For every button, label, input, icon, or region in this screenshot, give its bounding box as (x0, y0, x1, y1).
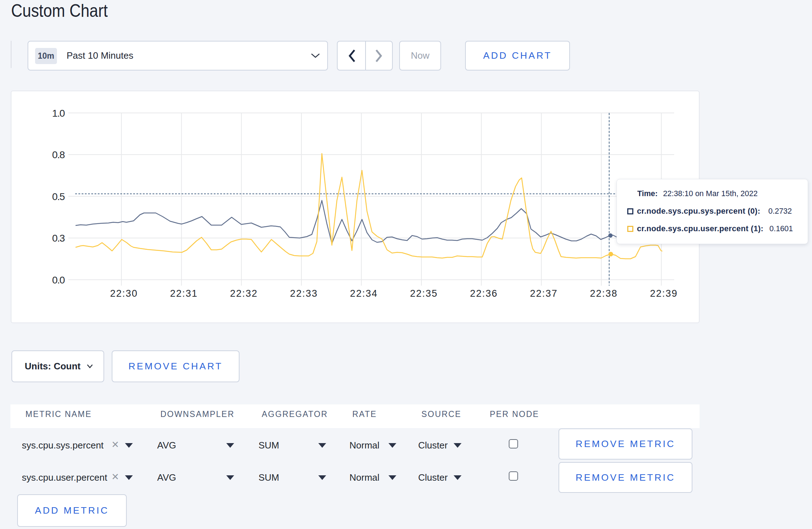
svg-text:22:39: 22:39 (650, 288, 678, 299)
svg-text:0.8: 0.8 (52, 149, 65, 160)
svg-text:1.0: 1.0 (52, 108, 65, 119)
svg-text:22:38: 22:38 (590, 288, 618, 299)
svg-text:0.3: 0.3 (52, 233, 65, 244)
svg-text:22:33: 22:33 (290, 288, 318, 299)
svg-text:22:32: 22:32 (230, 288, 258, 299)
svg-text:0.0: 0.0 (52, 275, 65, 286)
svg-text:22:37: 22:37 (530, 288, 558, 299)
svg-text:22:31: 22:31 (170, 288, 198, 299)
svg-text:22:30: 22:30 (110, 288, 138, 299)
svg-text:22:36: 22:36 (470, 288, 498, 299)
svg-text:22:35: 22:35 (410, 288, 438, 299)
svg-text:22:34: 22:34 (350, 288, 378, 299)
svg-text:0.5: 0.5 (52, 191, 65, 202)
